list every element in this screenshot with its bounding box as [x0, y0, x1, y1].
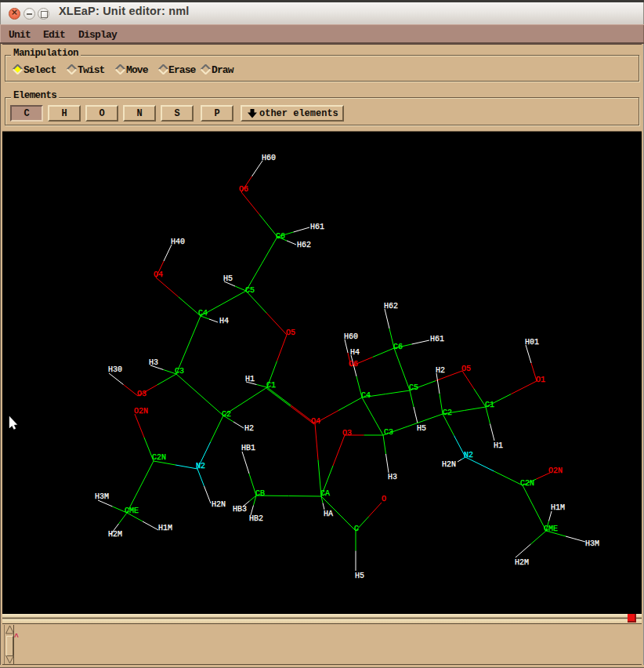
svg-text:O2N: O2N: [548, 467, 563, 475]
svg-text:O4: O4: [311, 417, 320, 426]
svg-text:C4: C4: [361, 391, 371, 400]
svg-text:H62: H62: [384, 302, 398, 310]
svg-text:H1M: H1M: [551, 503, 565, 512]
svg-text:H2N: H2N: [442, 460, 456, 469]
svg-text:O5: O5: [461, 365, 471, 373]
svg-text:H1M: H1M: [158, 524, 172, 532]
svg-text:HB3: HB3: [233, 505, 247, 514]
svg-text:H2M: H2M: [108, 530, 122, 539]
svg-text:H4: H4: [219, 317, 229, 325]
svg-text:H2: H2: [244, 424, 254, 433]
svg-text:H5: H5: [417, 424, 426, 433]
svg-text:N2: N2: [196, 462, 205, 470]
svg-text:CA: CA: [320, 489, 330, 498]
svg-text:H1: H1: [245, 375, 255, 383]
svg-text:O: O: [382, 495, 386, 503]
svg-text:H30: H30: [108, 365, 122, 374]
svg-text:HA: HA: [324, 510, 333, 518]
svg-text:H3: H3: [149, 358, 158, 367]
svg-text:O1: O1: [536, 376, 545, 384]
svg-text:C2N: C2N: [520, 479, 534, 488]
svg-text:O3: O3: [137, 390, 147, 398]
svg-text:O4: O4: [154, 270, 163, 279]
svg-text:C3: C3: [175, 367, 184, 376]
svg-text:H3M: H3M: [95, 492, 109, 501]
svg-text:H40: H40: [171, 238, 185, 246]
svg-text:C1: C1: [485, 401, 494, 409]
svg-text:CME: CME: [125, 506, 139, 515]
svg-text:H60: H60: [344, 332, 358, 341]
svg-text:C5: C5: [245, 286, 255, 295]
svg-text:H5: H5: [355, 572, 364, 580]
svg-text:HB1: HB1: [241, 444, 255, 452]
svg-text:H1: H1: [494, 441, 503, 450]
svg-text:H2N: H2N: [212, 500, 226, 509]
svg-text:CB: CB: [255, 489, 265, 498]
svg-text:H61: H61: [430, 335, 444, 343]
svg-text:C1: C1: [266, 381, 276, 390]
svg-text:HB2: HB2: [249, 514, 263, 523]
svg-text:H01: H01: [525, 338, 539, 347]
svg-text:O2N: O2N: [134, 407, 148, 416]
svg-text:C6: C6: [276, 232, 285, 241]
svg-text:H5: H5: [223, 274, 233, 283]
svg-text:C3: C3: [384, 428, 393, 437]
svg-text:H2M: H2M: [515, 558, 529, 567]
svg-text:N2: N2: [464, 451, 473, 459]
svg-text:C: C: [354, 525, 359, 533]
svg-text:H4: H4: [350, 348, 360, 357]
svg-text:C4: C4: [198, 309, 208, 318]
svg-text:H62: H62: [297, 241, 311, 249]
svg-text:C2: C2: [222, 410, 231, 419]
svg-text:O6: O6: [349, 360, 358, 368]
svg-text:H3M: H3M: [585, 539, 599, 548]
svg-text:O6: O6: [239, 185, 248, 194]
svg-text:H2: H2: [436, 366, 445, 375]
svg-text:C6: C6: [393, 343, 403, 351]
svg-text:H61: H61: [310, 223, 324, 231]
svg-text:O5: O5: [286, 329, 295, 337]
svg-text:H60: H60: [262, 154, 276, 162]
svg-text:CME: CME: [544, 525, 558, 533]
svg-text:C2N: C2N: [152, 453, 166, 462]
svg-text:H3: H3: [388, 473, 397, 481]
svg-text:O3: O3: [342, 429, 352, 437]
svg-text:C2: C2: [443, 408, 452, 417]
svg-text:C5: C5: [409, 383, 418, 392]
